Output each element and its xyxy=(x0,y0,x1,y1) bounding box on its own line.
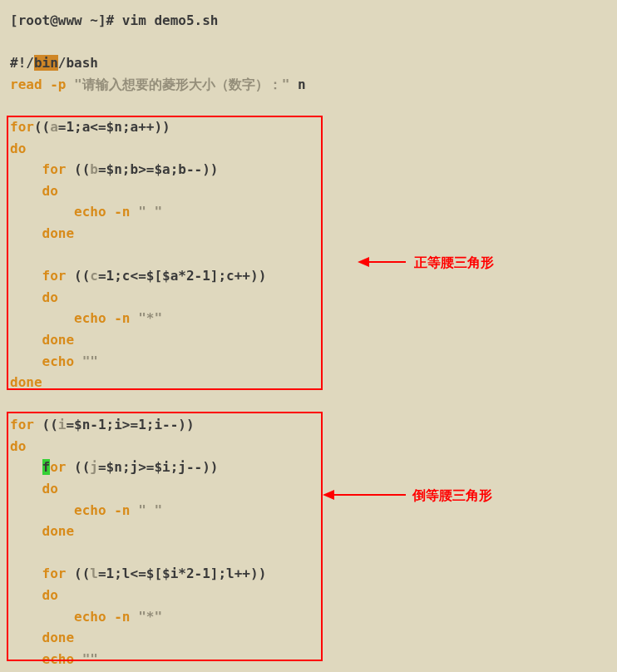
for-c-line: for ((c=1;c<=$[$a*2-1];c++)) xyxy=(10,265,607,287)
for-cond-c: =1;c<=$[$a*2-1];c++ xyxy=(98,268,250,284)
paren-open: (( xyxy=(74,566,90,581)
echo-cmd: echo -n xyxy=(10,310,138,326)
echo-empty-line: echo "" xyxy=(10,649,607,670)
blank-line xyxy=(10,542,607,564)
paren-close: )) xyxy=(154,119,170,135)
kw-done: done xyxy=(10,332,74,348)
kw-done: done xyxy=(10,374,42,390)
for-l-line: for ((l=1;l<=$[$i*2-1];l++)) xyxy=(10,563,607,585)
kw-do: do xyxy=(10,438,26,454)
echo-cmd: echo xyxy=(10,353,82,369)
blank-line xyxy=(10,245,607,266)
paren-close: )) xyxy=(202,459,218,475)
do-line: do xyxy=(10,478,607,500)
var-i: i xyxy=(58,417,67,432)
for-b-line: for ((b=$n;b>=$a;b--)) xyxy=(10,159,607,180)
paren-close: )) xyxy=(250,566,266,581)
echo-cmd: echo -n xyxy=(10,609,138,625)
for-outer-bottom: for ((i=$n-1;i>=1;i--)) xyxy=(10,414,607,436)
terminal-prompt-line: [root@www ~]# vim demo5.sh xyxy=(10,10,607,32)
blank-line xyxy=(10,32,607,53)
blank-line xyxy=(10,393,607,415)
done-line: done xyxy=(10,329,607,351)
paren-open: (( xyxy=(74,268,90,284)
annotation-label-lower: 倒等腰三角形 xyxy=(412,485,492,506)
kw-for: for xyxy=(10,417,42,432)
paren-close: )) xyxy=(250,268,266,284)
kw-for: for xyxy=(10,119,34,135)
svg-marker-3 xyxy=(323,490,334,500)
for-cond-i: =$n-1;i>=1;i-- xyxy=(66,417,178,432)
read-cmd: read -p xyxy=(10,77,74,92)
paren-open: (( xyxy=(42,417,58,432)
echo-star-line: echo -n "*" xyxy=(10,308,607,329)
shebang-part3: /bash xyxy=(58,55,98,71)
do-line: do xyxy=(10,180,607,202)
for-cond-l: =1;l<=$[$i*2-1];l++ xyxy=(98,566,250,581)
for-j-line: for ((j=$n;j>=$i;j--)) xyxy=(10,457,607,478)
echo-empty-line: echo "" xyxy=(10,351,607,373)
done-line: done xyxy=(10,627,607,649)
kw-for-j-post: or xyxy=(50,459,74,475)
echo-star-line: echo -n "*" xyxy=(10,606,607,628)
kw-for-b: for xyxy=(10,161,74,177)
kw-for-l: for xyxy=(10,566,74,581)
var-l: l xyxy=(90,566,98,581)
echo-cmd: echo xyxy=(10,651,82,667)
read-var: n xyxy=(289,77,305,92)
echo-arg-space: " " xyxy=(138,502,162,518)
shebang-highlighted-bin: bin xyxy=(34,55,58,71)
echo-arg-space: " " xyxy=(138,204,162,220)
kw-do: do xyxy=(10,141,26,156)
var-b: b xyxy=(90,161,98,177)
kw-do: do xyxy=(10,289,58,305)
svg-marker-1 xyxy=(358,257,369,267)
echo-space-line: echo -n " " xyxy=(10,201,607,223)
echo-cmd: echo -n xyxy=(10,204,138,220)
prompt-text: [root@www ~]# vim demo5.sh xyxy=(10,12,218,28)
for-cond-b: =$n;b>=$a;b-- xyxy=(98,161,202,177)
read-string: "请输入想要的菱形大小（数字）：" xyxy=(74,77,289,92)
var-a: a xyxy=(50,119,58,135)
kw-done: done xyxy=(10,630,74,645)
for-outer-top: for((a=1;a<=$n;a++)) xyxy=(10,116,607,138)
paren-close: )) xyxy=(202,161,218,177)
var-c: c xyxy=(90,268,98,284)
for-cond-j: =$n;j>=$i;j-- xyxy=(98,459,202,475)
arrow-icon-lower xyxy=(323,487,407,502)
do-line: do xyxy=(10,436,607,457)
blank-line xyxy=(10,95,607,116)
do-line: do xyxy=(10,585,607,606)
done-line: done xyxy=(10,223,607,245)
do-line: do xyxy=(10,138,607,160)
do-line: do xyxy=(10,287,607,309)
kw-do: do xyxy=(10,481,58,497)
for-cond-a: =1;a<=$n;a++ xyxy=(58,119,155,135)
echo-arg-empty: "" xyxy=(82,651,98,667)
paren-open: (( xyxy=(34,119,50,135)
paren-open: (( xyxy=(74,161,90,177)
done-line: done xyxy=(10,521,607,542)
echo-arg-empty: "" xyxy=(82,353,98,369)
kw-done: done xyxy=(10,225,74,241)
paren-close: )) xyxy=(178,417,194,432)
arrow-icon-upper xyxy=(358,254,407,269)
kw-for-c: for xyxy=(10,268,74,284)
kw-do: do xyxy=(10,587,58,603)
var-j: j xyxy=(90,459,98,475)
annotation-label-upper: 正等腰三角形 xyxy=(414,252,494,274)
kw-for-j-pre xyxy=(10,459,42,475)
done-line: done xyxy=(10,372,607,393)
shebang-part1: #!/ xyxy=(10,55,34,71)
kw-do: do xyxy=(10,183,58,199)
echo-arg-star: "*" xyxy=(138,310,162,326)
read-line: read -p "请输入想要的菱形大小（数字）：" n xyxy=(10,74,607,96)
cursor-highlight: f xyxy=(42,459,51,475)
echo-arg-star: "*" xyxy=(138,609,162,625)
echo-space-line: echo -n " " xyxy=(10,500,607,521)
echo-cmd: echo -n xyxy=(10,502,138,518)
paren-open: (( xyxy=(74,459,90,475)
kw-done: done xyxy=(10,523,74,539)
shebang-line: #!/bin/bash xyxy=(10,52,607,74)
